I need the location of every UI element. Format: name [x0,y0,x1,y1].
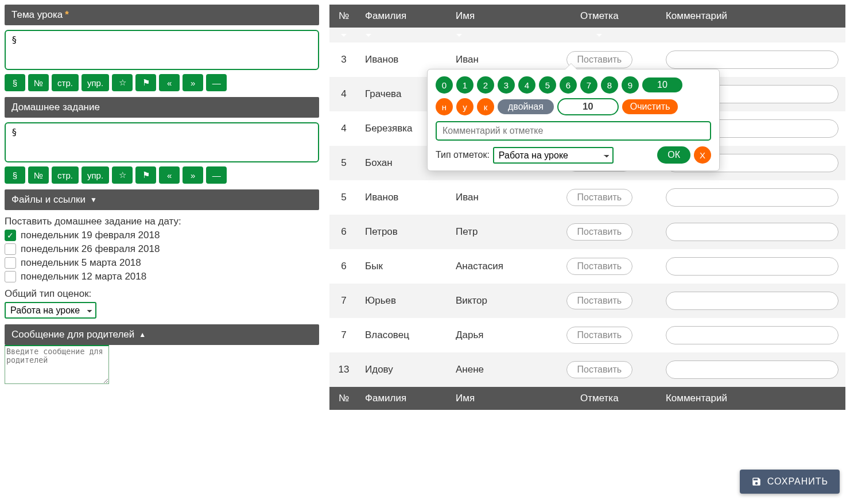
grade-num-7[interactable]: 7 [580,76,597,94]
toolbar-button-6[interactable]: « [159,74,180,91]
toolbar-button-7[interactable]: » [183,166,203,184]
table-row: 7ЮрьевВикторПоставить [329,284,845,318]
row-number: 13 [329,352,358,387]
date-row: понедельник 5 марта 2018 [5,257,319,269]
row-comment-input[interactable] [666,257,839,276]
topic-header: Тема урока * [5,5,319,25]
grade-number-row: 012345678910 [436,76,711,94]
grade-letter-н[interactable]: н [436,98,453,115]
row-firstname: Виктор [449,284,540,318]
toolbar-button-5[interactable]: ⚑ [135,74,156,91]
close-button[interactable]: X [694,146,711,164]
grade-type-label: Общий тип оценок: [5,288,319,300]
grade-num-0[interactable]: 0 [436,76,453,94]
toolbar-button-3[interactable]: упр. [81,74,109,91]
row-firstname: Иван [449,180,540,215]
topic-toolbar: §№стр.упр.☆⚑«»— [5,74,319,91]
toolbar-button-5[interactable]: ⚑ [135,166,156,184]
toolbar-button-8[interactable]: — [206,74,227,91]
row-comment-input[interactable] [666,292,839,310]
toolbar-button-8[interactable]: — [206,166,227,184]
toolbar-button-2[interactable]: стр. [52,166,79,184]
toolbar-button-4[interactable]: ☆ [112,74,133,91]
toolbar-button-0[interactable]: § [5,166,25,184]
clear-button[interactable]: Очистить [622,99,678,114]
grade-extra-row: нук двойная 10 Очистить [436,98,711,115]
grade-popover: 012345678910 нук двойная 10 Очистить Тип… [427,69,720,171]
date-label: понедельник 12 марта 2018 [21,271,146,282]
grade-type-select-popover[interactable]: Работа на уроке [493,147,614,164]
sort-cell[interactable] [329,28,358,42]
homework-input[interactable]: § [5,122,319,162]
grade-value-display: 10 [557,98,619,115]
table-header-row: №ФамилияИмяОтметкаКомментарий [329,5,845,28]
grade-num-3[interactable]: 3 [498,76,515,94]
set-grade-button[interactable]: Поставить [566,258,633,275]
table-col-header: Имя [449,387,540,410]
table-footer-row: №ФамилияИмяОтметкаКомментарий [329,387,845,410]
set-grade-button[interactable]: Поставить [566,223,633,241]
row-number: 4 [329,111,358,146]
toolbar-button-0[interactable]: § [5,74,25,91]
homework-date-label: Поставить домашнее задание на дату: [5,216,319,227]
ok-button[interactable]: ОК [657,146,690,164]
grade-num-4[interactable]: 4 [518,76,535,94]
chevron-up-icon: ▲ [139,331,146,339]
row-comment-input[interactable] [666,223,839,241]
row-comment-input[interactable] [666,51,839,69]
table-col-header: Комментарий [659,387,845,410]
row-lastname: Иванов [358,180,449,215]
grade-type-label: Тип отметок: [436,150,490,160]
date-checkbox[interactable] [5,271,16,282]
grade-num-1[interactable]: 1 [456,76,473,94]
set-grade-button[interactable]: Поставить [566,361,633,378]
sort-cell[interactable] [449,28,540,42]
date-checkbox[interactable] [5,257,16,269]
grade-letter-к[interactable]: к [477,98,494,115]
grade-num-9[interactable]: 9 [622,76,639,94]
row-comment-input[interactable] [666,326,839,344]
files-header[interactable]: Файлы и ссылки ▼ [5,189,319,210]
sort-cell[interactable] [358,28,449,42]
set-grade-button[interactable]: Поставить [566,189,633,206]
toolbar-button-7[interactable]: » [183,74,203,91]
toolbar-button-3[interactable]: упр. [81,166,109,184]
table-col-header: Отметка [540,5,659,28]
grade-num-10[interactable]: 10 [642,77,682,92]
table-col-header: Отметка [540,387,659,410]
toolbar-button-1[interactable]: № [28,166,49,184]
row-comment-input[interactable] [666,360,839,379]
grade-num-6[interactable]: 6 [560,76,577,94]
set-grade-button[interactable]: Поставить [566,292,633,309]
chevron-down-icon [596,33,603,38]
sort-cell-empty [659,28,845,42]
parents-message-input[interactable] [5,345,109,384]
toolbar-button-6[interactable]: « [159,166,180,184]
homework-dates: ✓понедельник 19 февраля 2018понедельник … [5,230,319,282]
grade-num-5[interactable]: 5 [539,76,556,94]
double-grade-button[interactable]: двойная [498,99,554,114]
toolbar-button-4[interactable]: ☆ [112,166,133,184]
table-row: 5ИвановИванПоставить [329,180,845,215]
parents-header[interactable]: Сообщение для родителей ▲ [5,324,319,345]
date-checkbox[interactable]: ✓ [5,230,16,241]
set-grade-button[interactable]: Поставить [566,327,633,344]
grade-num-2[interactable]: 2 [477,76,494,94]
topic-input[interactable]: § [5,30,319,70]
grade-letter-у[interactable]: у [456,98,473,115]
date-checkbox[interactable] [5,243,16,255]
chevron-down-icon: ▼ [90,196,97,204]
date-row: понедельник 12 марта 2018 [5,271,319,282]
topic-header-label: Тема урока [11,9,63,21]
grade-type-select[interactable]: Работа на уроке [5,302,96,319]
grade-comment-input[interactable] [436,121,711,141]
row-firstname: Анастасия [449,249,540,284]
row-comment-input[interactable] [666,188,839,207]
toolbar-button-1[interactable]: № [28,74,49,91]
grade-num-8[interactable]: 8 [601,76,618,94]
homework-header: Домашнее задание [5,97,319,118]
row-number: 3 [329,42,358,77]
sort-cell[interactable] [540,28,659,42]
toolbar-button-2[interactable]: стр. [52,74,79,91]
table-row: 7ВласовецДарьяПоставить [329,318,845,352]
